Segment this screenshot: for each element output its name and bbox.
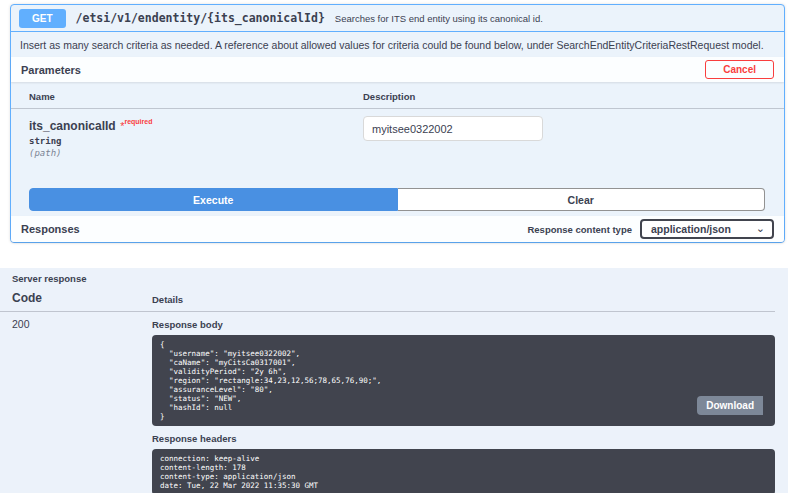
clear-button[interactable]: Clear — [398, 188, 766, 211]
parameter-value-cell — [363, 116, 766, 158]
parameter-location: (path) — [29, 148, 363, 158]
execute-button[interactable]: Execute — [29, 188, 398, 211]
response-row-200: 200 Response body { "username": "myitsee… — [0, 312, 788, 493]
operation-summary-text: Searches for ITS end entity using its ca… — [335, 13, 543, 24]
chevron-down-icon: ⌄ — [756, 222, 765, 235]
response-body-label: Response body — [152, 319, 776, 330]
download-button[interactable]: Download — [697, 396, 763, 415]
status-code: 200 — [12, 318, 152, 493]
content-type-select[interactable]: application/json ⌄ — [640, 219, 774, 239]
its-canonicalid-input[interactable] — [363, 116, 543, 141]
parameter-name-cell: its_canonicalId *required string (path) — [29, 116, 363, 158]
column-header-description: Description — [363, 91, 766, 102]
cancel-button[interactable]: Cancel — [705, 60, 774, 79]
response-headers-code[interactable]: connection: keep-alive content-length: 1… — [152, 449, 775, 493]
code-column-header: Code — [12, 291, 152, 305]
content-type-selected-value: application/json — [651, 223, 731, 235]
http-method-badge: GET — [19, 9, 66, 28]
execute-button-group: Execute Clear — [29, 188, 765, 211]
operation-path[interactable]: /etsi/v1/endentity/{its_canonicalId} — [76, 11, 325, 25]
responses-title: Responses — [21, 223, 80, 235]
parameter-row: its_canonicalId *required string (path) — [11, 109, 784, 165]
response-table-header: Code Details — [0, 284, 775, 312]
parameter-type: string — [29, 136, 363, 146]
details-column-header: Details — [152, 294, 763, 305]
server-response-title: Server response — [0, 273, 788, 284]
server-response-section: Server response Code Details 200 Respons… — [0, 268, 788, 493]
response-content-type-control: Response content type application/json ⌄ — [527, 219, 774, 239]
required-label: required — [124, 118, 152, 125]
response-details-cell: Response body { "username": "myitsee0322… — [152, 318, 776, 493]
parameters-section-header: Parameters Cancel — [11, 57, 784, 82]
response-content-type-label: Response content type — [527, 224, 632, 235]
operation-description: Insert as many search criteria as needed… — [11, 32, 784, 57]
response-body-code[interactable]: { "username": "myitsee0322002", "caName"… — [152, 335, 775, 426]
response-headers-label: Response headers — [152, 433, 776, 444]
operation-block-get-endentity: GET /etsi/v1/endentity/{its_canonicalId}… — [10, 4, 785, 243]
parameters-title: Parameters — [21, 64, 81, 76]
parameters-table-header: Name Description — [11, 82, 784, 109]
parameter-name: its_canonicalId — [29, 119, 116, 133]
column-header-name: Name — [29, 91, 363, 102]
responses-section-header: Responses Response content type applicat… — [11, 216, 784, 242]
operation-summary[interactable]: GET /etsi/v1/endentity/{its_canonicalId}… — [11, 5, 784, 32]
